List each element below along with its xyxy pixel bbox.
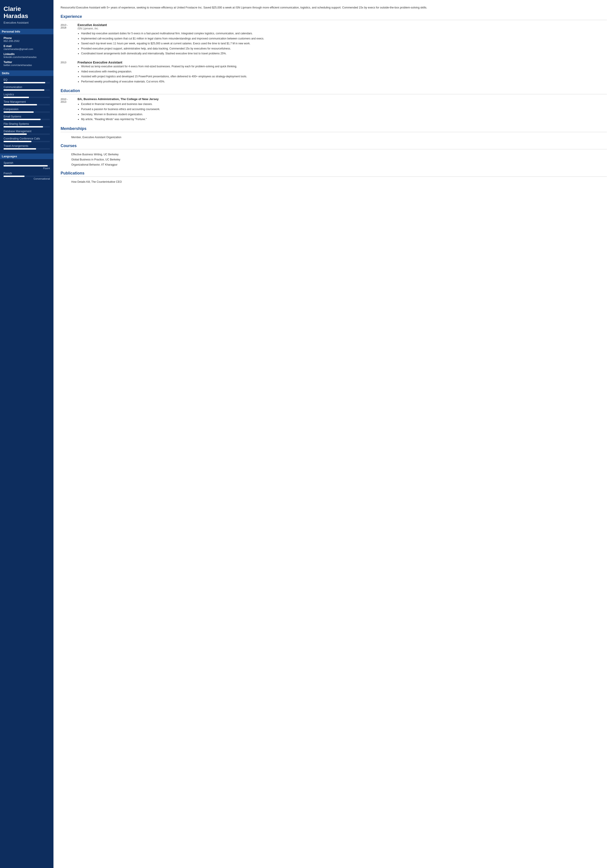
language-name: French — [3, 172, 50, 175]
contact-list: Phone 862-208-2592 E-mail clarieharadas@… — [3, 37, 50, 67]
education-content: BA, Business Administration, The College… — [78, 97, 607, 122]
skill-item: Communication — [3, 85, 50, 91]
contact-twitter: Twitter twitter.com/clarieharadas — [3, 61, 50, 67]
skill-bar-fill — [3, 82, 45, 83]
experience-bullet: Implemented call-recording system that c… — [81, 37, 607, 41]
skill-bar-fill — [3, 148, 36, 149]
experience-company: ISN Lipmann, Inc. — [78, 27, 607, 30]
experience-block: 2013 -2018 Executive Assistant ISN Lipma… — [60, 23, 607, 57]
skill-name: Communication — [3, 85, 50, 89]
publications-section: Publications How Details Kill, The Count… — [60, 171, 607, 184]
skill-item: File-Sharing Systems — [3, 122, 50, 127]
education-bullet: My article, "Reading Minds" was reprinte… — [81, 117, 607, 121]
skill-bar-bg — [3, 104, 50, 106]
education-bullet: Pursued a passion for business ethics an… — [81, 107, 607, 112]
skill-bar-fill — [3, 134, 27, 135]
experience-content: Freelance Executive Assistant Worked as … — [78, 61, 607, 84]
skill-bar-fill — [3, 126, 43, 127]
education-bullet: Secretary, Women in Business student org… — [81, 112, 607, 116]
skill-name: Compassion — [3, 108, 50, 111]
languages-list: Spanish Fluent French Conversational — [3, 161, 50, 180]
skill-name: Database Management — [3, 130, 50, 133]
experience-bullet: Aided executives with meeting preparatio… — [81, 70, 607, 74]
experience-job-title: Executive Assistant — [78, 23, 607, 27]
experience-dates: 2013 — [60, 61, 74, 84]
experience-bullets: Worked as temp executive assistant for 4… — [78, 64, 607, 84]
sidebar: ClarieHaradas Executive Assistant Person… — [0, 0, 53, 868]
language-level: Conversational — [3, 177, 50, 180]
summary: Resourceful Executive Assistant with 5+ … — [60, 5, 607, 10]
personal-info-section-label: Personal Info — [0, 29, 53, 34]
skill-name: Travel Arrangements — [3, 144, 50, 148]
education-bullets: Excelled in financial management and bus… — [78, 102, 607, 121]
skill-bar-fill — [3, 104, 37, 106]
course-item: Global Business in Practice, UC Berkeley — [60, 158, 607, 162]
main-content: Resourceful Executive Assistant with 5+ … — [53, 0, 614, 868]
skill-bar-bg — [3, 119, 50, 120]
education-degree: BA, Business Administration, The College… — [78, 97, 607, 101]
candidate-title: Executive Assistant — [3, 21, 50, 24]
skill-bar-fill — [3, 141, 31, 142]
memberships-section: Memberships Member, Executive Assistant … — [60, 126, 607, 140]
contact-linkedin: LinkedIn linkedin.com/in/clarieharadas — [3, 53, 50, 58]
publication-item: How Details Kill, The Counterintuitive C… — [60, 180, 607, 184]
experience-content: Executive Assistant ISN Lipmann, Inc. Ha… — [78, 23, 607, 57]
experience-bullet: Provided executive project support, admi… — [81, 47, 607, 51]
education-section-title: Education — [60, 89, 607, 94]
language-item: Spanish Fluent — [3, 161, 50, 169]
language-level: Fluent — [3, 167, 50, 169]
experience-job-title: Freelance Executive Assistant — [78, 61, 607, 64]
experience-section: Experience 2013 -2018 Executive Assistan… — [60, 14, 607, 84]
experience-section-title: Experience — [60, 14, 607, 20]
skill-bar-fill — [3, 97, 29, 98]
skill-item: Time Management — [3, 100, 50, 106]
skill-name: Logistics — [3, 93, 50, 96]
skill-bar-bg — [3, 126, 50, 127]
skill-name: Coordinating Conference Calls — [3, 137, 50, 140]
skill-name: Time Management — [3, 100, 50, 103]
experience-bullet: Worked as temp executive assistant for 4… — [81, 64, 607, 68]
skill-item: Email Systems — [3, 115, 50, 120]
language-bar-fill — [3, 165, 48, 166]
memberships-section-title: Memberships — [60, 126, 607, 132]
skill-bar-bg — [3, 82, 50, 83]
experience-bullet: Saved each top-level exec 11 hours per w… — [81, 42, 607, 46]
courses-section-title: Courses — [60, 143, 607, 149]
skill-name: EQ — [3, 78, 50, 81]
experience-bullet: Performed weekly proofreading of executi… — [81, 79, 607, 84]
candidate-name: ClarieHaradas — [3, 5, 50, 20]
experience-bullet: Coordinated travel arrangements both dom… — [81, 51, 607, 56]
publications-section-title: Publications — [60, 171, 607, 177]
education-dates: 2010 -2013 — [60, 97, 74, 122]
experience-dates: 2013 -2018 — [60, 23, 74, 57]
skill-name: Email Systems — [3, 115, 50, 118]
skill-name: File-Sharing Systems — [3, 122, 50, 126]
language-bar-bg — [3, 175, 50, 177]
skill-bar-bg — [3, 112, 50, 113]
skill-bar-bg — [3, 134, 50, 135]
languages-section-label: Languages — [0, 154, 53, 159]
education-block: 2010 -2013 BA, Business Administration, … — [60, 97, 607, 122]
skill-bar-bg — [3, 97, 50, 98]
contact-phone: Phone 862-208-2592 — [3, 37, 50, 42]
course-item: Effective Business Writing, UC Berkeley — [60, 152, 607, 157]
language-bar-fill — [3, 175, 25, 177]
skill-item: Travel Arrangements — [3, 144, 50, 149]
courses-section: Courses Effective Business Writing, UC B… — [60, 143, 607, 167]
experience-bullet: Handled top executive assistant duties f… — [81, 31, 607, 36]
skills-section-label: Skills — [0, 70, 53, 76]
skill-bar-fill — [3, 119, 40, 120]
experience-block: 2013 Freelance Executive Assistant Worke… — [60, 61, 607, 84]
language-bar-bg — [3, 165, 50, 166]
language-item: French Conversational — [3, 172, 50, 180]
skill-item: Database Management — [3, 130, 50, 135]
education-section: Education 2010 -2013 BA, Business Admini… — [60, 89, 607, 122]
experience-bullet: Assisted with project logistics and deve… — [81, 75, 607, 79]
membership-item: Member, Executive Assistant Organization — [60, 135, 607, 140]
experience-bullets: Handled top executive assistant duties f… — [78, 31, 607, 56]
skill-item: Logistics — [3, 93, 50, 98]
skills-list: EQ Communication Logistics Time Manageme… — [3, 78, 50, 149]
education-bullet: Excelled in financial management and bus… — [81, 102, 607, 106]
skill-item: Coordinating Conference Calls — [3, 137, 50, 142]
skill-bar-fill — [3, 89, 44, 91]
